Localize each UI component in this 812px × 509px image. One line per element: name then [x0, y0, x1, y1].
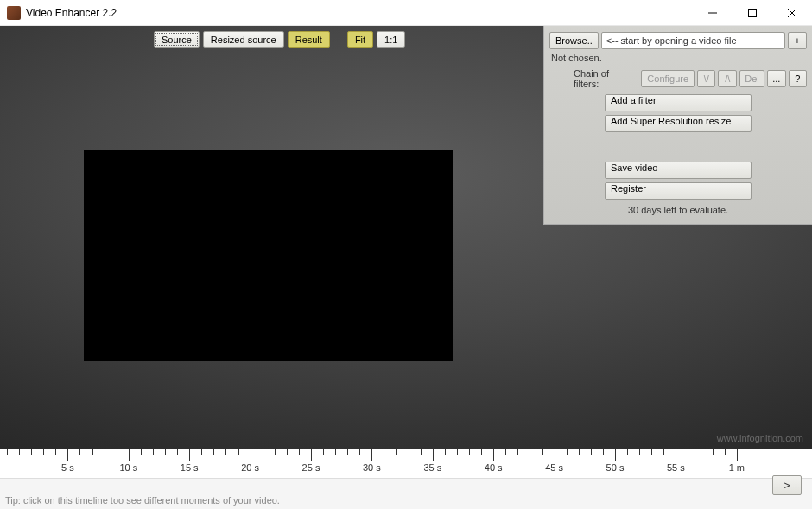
tick-minor [275, 449, 276, 455]
tick-minor [55, 449, 56, 455]
tick-minor [542, 449, 543, 455]
tick-minor [603, 449, 604, 455]
tick-minor [384, 449, 384, 455]
tick-minor [117, 449, 117, 455]
tick-minor [225, 449, 226, 455]
tick-label: 40 s [485, 462, 503, 473]
tick-minor [567, 449, 568, 455]
tab-source[interactable]: Source [154, 31, 200, 48]
register-button[interactable]: Register [605, 182, 752, 200]
chain-label: Chain of filters: [574, 68, 635, 89]
move-down-button[interactable]: \/ [697, 70, 715, 87]
tick-minor [396, 449, 397, 455]
tick-minor [79, 449, 80, 455]
tick-minor [263, 449, 263, 455]
tick-minor [177, 449, 178, 455]
tick-label: 20 s [241, 462, 259, 473]
zoom-fit-button[interactable]: Fit [347, 31, 373, 48]
tick-minor [517, 449, 518, 455]
tick-major [129, 449, 130, 461]
tick-minor [409, 449, 409, 455]
move-up-button[interactable]: /\ [718, 70, 736, 87]
tick-minor [335, 449, 336, 455]
tick-label: 1 m [729, 462, 745, 473]
tick-minor [238, 449, 239, 455]
timeline-ruler[interactable]: 5 s10 s15 s20 s25 s30 s35 s40 s45 s50 s5… [0, 449, 812, 479]
close-button[interactable] [772, 0, 812, 26]
tick-minor [725, 449, 726, 455]
view-toolbar: Source Resized source Result Fit 1:1 [154, 31, 405, 48]
tick-minor [165, 449, 166, 455]
minimize-button[interactable] [693, 0, 733, 26]
add-super-resolution-button[interactable]: Add Super Resolution resize [605, 115, 752, 132]
tick-label: 35 s [423, 462, 441, 473]
help-button[interactable]: ? [789, 70, 807, 87]
tick-minor [299, 449, 300, 455]
tick-minor [663, 449, 664, 455]
tick-label: 25 s [302, 462, 320, 473]
add-file-button[interactable]: + [788, 32, 807, 49]
file-status-text: Not chosen. [551, 53, 807, 63]
tick-minor [347, 449, 348, 455]
tab-resized-source[interactable]: Resized source [203, 31, 284, 48]
titlebar: Video Enhancer 2.2 [0, 0, 812, 26]
tick-label: 5 s [61, 462, 74, 473]
tick-label: 55 s [667, 462, 685, 473]
tick-major [493, 449, 494, 461]
configure-button[interactable]: Configure [641, 70, 695, 87]
tick-minor [591, 449, 592, 455]
more-button[interactable]: ... [767, 70, 785, 87]
browse-button[interactable]: Browse.. [549, 32, 599, 49]
tab-result[interactable]: Result [288, 31, 330, 48]
tick-minor [688, 449, 688, 455]
tick-minor [445, 449, 446, 455]
tick-minor [105, 449, 105, 455]
tick-minor [287, 449, 288, 455]
tick-minor [627, 449, 628, 455]
side-panel: Browse.. + Not chosen. Chain of filters:… [543, 26, 812, 225]
tick-minor [92, 449, 93, 455]
tick-major [676, 449, 676, 461]
svg-rect-1 [749, 9, 757, 16]
add-filter-button[interactable]: Add a filter [605, 94, 752, 111]
save-video-button[interactable]: Save video [605, 162, 752, 179]
tick-minor [213, 449, 214, 455]
tick-minor [457, 449, 458, 455]
app-icon [7, 6, 21, 20]
tick-label: 10 s [119, 462, 137, 473]
tick-minor [43, 449, 44, 455]
video-preview [84, 150, 453, 361]
play-button[interactable]: > [772, 475, 802, 495]
tick-minor [505, 449, 506, 455]
tick-minor [201, 449, 202, 455]
tick-minor [421, 449, 422, 455]
tick-minor [469, 449, 470, 455]
main-area: Source Resized source Result Fit 1:1 Bro… [0, 26, 812, 449]
file-path-input[interactable] [601, 32, 785, 49]
trial-note: 30 days left to evaluate. [549, 205, 807, 215]
tick-major [311, 449, 312, 461]
tick-minor [359, 449, 360, 455]
tick-minor [579, 449, 580, 455]
tick-minor [481, 449, 482, 455]
delete-filter-button[interactable]: Del [739, 70, 764, 87]
tick-major [737, 449, 738, 461]
maximize-button[interactable] [733, 0, 772, 26]
tick-minor [651, 449, 652, 455]
tick-minor [19, 449, 20, 455]
tick-minor [701, 449, 701, 455]
tick-major [189, 449, 190, 461]
tick-minor [530, 449, 530, 455]
watermark-text: www.infognition.com [717, 433, 803, 443]
tick-minor [323, 449, 324, 455]
tick-minor [141, 449, 142, 455]
window-title: Video Enhancer 2.2 [26, 7, 117, 19]
timeline-tip: Tip: click on this timeline too see diff… [5, 495, 280, 506]
tick-label: 50 s [606, 462, 625, 473]
tick-minor [7, 449, 8, 455]
tick-label: 45 s [545, 462, 563, 473]
tick-minor [713, 449, 714, 455]
tick-minor [639, 449, 640, 455]
zoom-1to1-button[interactable]: 1:1 [377, 31, 405, 48]
tick-major [615, 449, 616, 461]
